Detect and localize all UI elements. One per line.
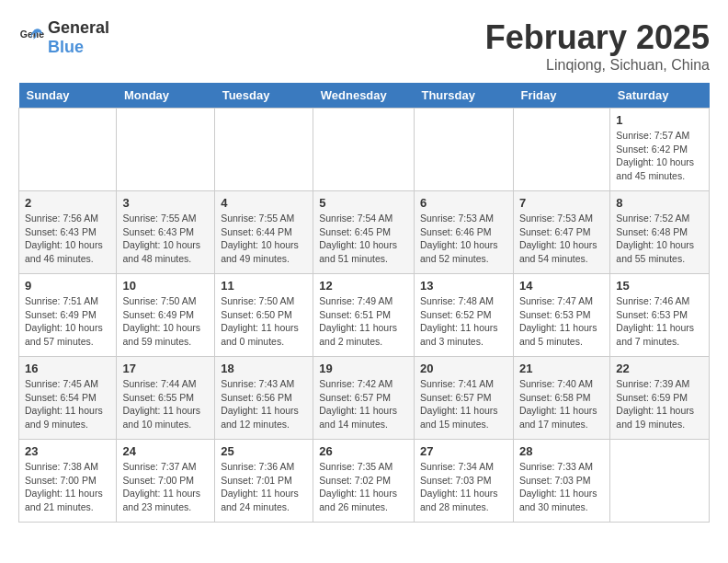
day-info: Sunrise: 7:50 AM Sunset: 6:50 PM Dayligh… xyxy=(221,294,307,349)
day-info: Sunrise: 7:52 AM Sunset: 6:48 PM Dayligh… xyxy=(616,212,703,266)
logo-blue-text: Blue xyxy=(48,38,84,56)
day-number: 16 xyxy=(25,362,110,375)
calendar-cell: 26Sunrise: 7:35 AM Sunset: 7:02 PM Dayli… xyxy=(313,440,415,523)
day-info: Sunrise: 7:46 AM Sunset: 6:53 PM Dayligh… xyxy=(616,294,703,349)
day-info: Sunrise: 7:35 AM Sunset: 7:02 PM Dayligh… xyxy=(319,460,408,514)
calendar-cell: 23Sunrise: 7:38 AM Sunset: 7:00 PM Dayli… xyxy=(19,440,117,523)
calendar-cell: 21Sunrise: 7:40 AM Sunset: 6:58 PM Dayli… xyxy=(513,357,609,440)
day-info: Sunrise: 7:44 AM Sunset: 6:55 PM Dayligh… xyxy=(122,377,209,431)
month-title: February 2025 xyxy=(485,18,710,57)
calendar-week-2: 2Sunrise: 7:56 AM Sunset: 6:43 PM Daylig… xyxy=(19,191,710,274)
calendar-cell: 12Sunrise: 7:49 AM Sunset: 6:51 PM Dayli… xyxy=(313,274,415,357)
title-block: February 2025 Linqiong, Sichuan, China xyxy=(485,18,710,74)
day-number: 27 xyxy=(420,444,507,458)
calendar-cell: 8Sunrise: 7:52 AM Sunset: 6:48 PM Daylig… xyxy=(610,191,710,274)
calendar-cell: 6Sunrise: 7:53 AM Sunset: 6:46 PM Daylig… xyxy=(414,191,513,274)
day-number: 22 xyxy=(616,362,703,375)
day-number: 17 xyxy=(122,362,209,375)
day-info: Sunrise: 7:53 AM Sunset: 6:46 PM Dayligh… xyxy=(420,212,507,266)
calendar-header-row: SundayMondayTuesdayWednesdayThursdayFrid… xyxy=(19,83,710,109)
day-info: Sunrise: 7:39 AM Sunset: 6:59 PM Dayligh… xyxy=(616,377,703,431)
calendar-cell: 5Sunrise: 7:54 AM Sunset: 6:45 PM Daylig… xyxy=(313,191,415,274)
calendar-cell: 4Sunrise: 7:55 AM Sunset: 6:44 PM Daylig… xyxy=(215,191,313,274)
day-number: 19 xyxy=(319,362,408,375)
calendar-cell: 10Sunrise: 7:50 AM Sunset: 6:49 PM Dayli… xyxy=(117,274,215,357)
day-number: 18 xyxy=(221,362,307,375)
day-number: 20 xyxy=(420,362,507,375)
day-info: Sunrise: 7:47 AM Sunset: 6:53 PM Dayligh… xyxy=(519,294,604,349)
day-info: Sunrise: 7:33 AM Sunset: 7:03 PM Dayligh… xyxy=(519,460,604,514)
calendar-header-friday: Friday xyxy=(513,83,609,109)
day-info: Sunrise: 7:43 AM Sunset: 6:56 PM Dayligh… xyxy=(221,377,307,431)
calendar-header-sunday: Sunday xyxy=(19,83,117,109)
calendar-cell: 22Sunrise: 7:39 AM Sunset: 6:59 PM Dayli… xyxy=(610,357,710,440)
calendar-week-3: 9Sunrise: 7:51 AM Sunset: 6:49 PM Daylig… xyxy=(19,274,710,357)
day-info: Sunrise: 7:37 AM Sunset: 7:00 PM Dayligh… xyxy=(122,460,209,514)
day-number: 9 xyxy=(25,279,110,293)
calendar-cell xyxy=(117,109,215,191)
calendar-cell: 3Sunrise: 7:55 AM Sunset: 6:43 PM Daylig… xyxy=(117,191,215,274)
calendar-cell xyxy=(313,109,415,191)
day-info: Sunrise: 7:57 AM Sunset: 6:42 PM Dayligh… xyxy=(616,129,703,183)
calendar-cell: 11Sunrise: 7:50 AM Sunset: 6:50 PM Dayli… xyxy=(215,274,313,357)
calendar-cell: 27Sunrise: 7:34 AM Sunset: 7:03 PM Dayli… xyxy=(414,440,513,523)
day-number: 7 xyxy=(519,196,604,210)
logo-icon: General xyxy=(18,25,44,51)
day-info: Sunrise: 7:53 AM Sunset: 6:47 PM Dayligh… xyxy=(519,212,604,266)
calendar-cell: 14Sunrise: 7:47 AM Sunset: 6:53 PM Dayli… xyxy=(513,274,609,357)
day-number: 25 xyxy=(221,444,307,458)
calendar-cell xyxy=(414,109,513,191)
day-info: Sunrise: 7:54 AM Sunset: 6:45 PM Dayligh… xyxy=(319,212,408,266)
calendar-table: SundayMondayTuesdayWednesdayThursdayFrid… xyxy=(18,83,710,523)
day-info: Sunrise: 7:48 AM Sunset: 6:52 PM Dayligh… xyxy=(420,294,507,349)
day-number: 21 xyxy=(519,362,604,375)
calendar-cell: 17Sunrise: 7:44 AM Sunset: 6:55 PM Dayli… xyxy=(117,357,215,440)
calendar-cell: 15Sunrise: 7:46 AM Sunset: 6:53 PM Dayli… xyxy=(610,274,710,357)
calendar-header-saturday: Saturday xyxy=(610,83,710,109)
day-number: 15 xyxy=(616,279,703,293)
day-info: Sunrise: 7:51 AM Sunset: 6:49 PM Dayligh… xyxy=(25,294,110,349)
calendar-cell: 20Sunrise: 7:41 AM Sunset: 6:57 PM Dayli… xyxy=(414,357,513,440)
day-number: 23 xyxy=(25,444,110,458)
day-info: Sunrise: 7:36 AM Sunset: 7:01 PM Dayligh… xyxy=(221,460,307,514)
day-info: Sunrise: 7:34 AM Sunset: 7:03 PM Dayligh… xyxy=(420,460,507,514)
day-number: 3 xyxy=(122,196,209,210)
calendar-cell: 16Sunrise: 7:45 AM Sunset: 6:54 PM Dayli… xyxy=(19,357,117,440)
calendar-header-wednesday: Wednesday xyxy=(313,83,415,109)
logo: General General Blue xyxy=(18,18,109,57)
calendar-cell: 9Sunrise: 7:51 AM Sunset: 6:49 PM Daylig… xyxy=(19,274,117,357)
calendar-cell: 2Sunrise: 7:56 AM Sunset: 6:43 PM Daylig… xyxy=(19,191,117,274)
day-number: 6 xyxy=(420,196,507,210)
day-info: Sunrise: 7:38 AM Sunset: 7:00 PM Dayligh… xyxy=(25,460,110,514)
day-number: 11 xyxy=(221,279,307,293)
calendar-week-5: 23Sunrise: 7:38 AM Sunset: 7:00 PM Dayli… xyxy=(19,440,710,523)
day-number: 8 xyxy=(616,196,703,210)
page-header: General General Blue February 2025 Linqi… xyxy=(18,18,710,74)
day-info: Sunrise: 7:50 AM Sunset: 6:49 PM Dayligh… xyxy=(122,294,209,349)
day-info: Sunrise: 7:40 AM Sunset: 6:58 PM Dayligh… xyxy=(519,377,604,431)
day-info: Sunrise: 7:41 AM Sunset: 6:57 PM Dayligh… xyxy=(420,377,507,431)
location-subtitle: Linqiong, Sichuan, China xyxy=(485,57,710,74)
calendar-cell: 19Sunrise: 7:42 AM Sunset: 6:57 PM Dayli… xyxy=(313,357,415,440)
day-info: Sunrise: 7:49 AM Sunset: 6:51 PM Dayligh… xyxy=(319,294,408,349)
day-number: 12 xyxy=(319,279,408,293)
logo-general-text: General xyxy=(48,18,109,37)
calendar-cell: 7Sunrise: 7:53 AM Sunset: 6:47 PM Daylig… xyxy=(513,191,609,274)
day-info: Sunrise: 7:42 AM Sunset: 6:57 PM Dayligh… xyxy=(319,377,408,431)
calendar-cell xyxy=(215,109,313,191)
calendar-cell: 18Sunrise: 7:43 AM Sunset: 6:56 PM Dayli… xyxy=(215,357,313,440)
day-info: Sunrise: 7:45 AM Sunset: 6:54 PM Dayligh… xyxy=(25,377,110,431)
calendar-cell: 25Sunrise: 7:36 AM Sunset: 7:01 PM Dayli… xyxy=(215,440,313,523)
calendar-cell: 24Sunrise: 7:37 AM Sunset: 7:00 PM Dayli… xyxy=(117,440,215,523)
day-number: 26 xyxy=(319,444,408,458)
day-info: Sunrise: 7:56 AM Sunset: 6:43 PM Dayligh… xyxy=(25,212,110,266)
calendar-cell xyxy=(19,109,117,191)
day-number: 1 xyxy=(616,113,703,127)
day-number: 28 xyxy=(519,444,604,458)
calendar-header-monday: Monday xyxy=(117,83,215,109)
day-number: 10 xyxy=(122,279,209,293)
day-number: 5 xyxy=(319,196,408,210)
day-number: 2 xyxy=(25,196,110,210)
day-info: Sunrise: 7:55 AM Sunset: 6:43 PM Dayligh… xyxy=(122,212,209,266)
calendar-cell: 28Sunrise: 7:33 AM Sunset: 7:03 PM Dayli… xyxy=(513,440,609,523)
